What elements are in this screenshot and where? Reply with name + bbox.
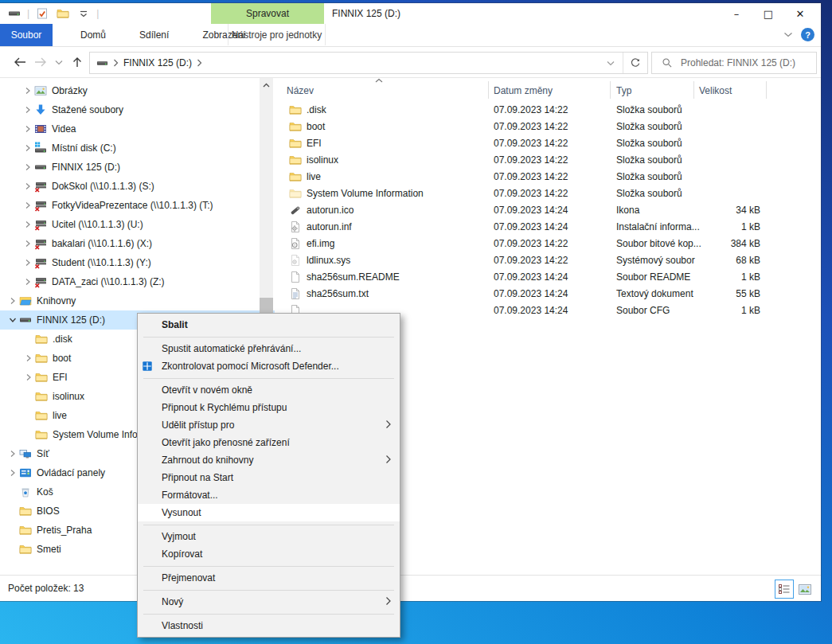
tab-soubor[interactable]: Soubor — [0, 24, 53, 46]
menu-item-nov[interactable]: Nový — [138, 593, 400, 611]
menu-item-label: Připnout k Rychlému přístupu — [162, 402, 287, 413]
sidebar-item-bakalari-10-1-1-6-x[interactable]: bakalari (\\10.1.1.6) (X:) — [0, 234, 275, 253]
ribbon-collapse-icon[interactable] — [783, 32, 793, 38]
file-row-boot[interactable]: boot07.09.2023 14:22Složka souborů — [275, 119, 821, 135]
sidebar-item-student-10-1-1-3-y[interactable]: Student (\\10.1.1.3) (Y:) — [0, 253, 275, 272]
column-header-datum-zmeny[interactable]: Datum změny — [494, 85, 553, 96]
file-row-isolinux[interactable]: isolinux07.09.2023 14:22Složka souborů — [275, 152, 821, 169]
column-header-typ[interactable]: Typ — [616, 85, 631, 96]
sidebar-item-ucitel-10-1-1-3-u[interactable]: Ucitel (\\10.1.1.3) (U:) — [0, 215, 275, 234]
qat-dropdown-icon[interactable] — [76, 6, 92, 21]
menu-item-kop-rovat[interactable]: Kopírovat — [138, 545, 400, 563]
address-dropdown-icon[interactable] — [599, 53, 623, 73]
address-bar[interactable]: FINNIX 125 (D:) — [89, 52, 648, 74]
file-row-autorun-ico[interactable]: autorun.ico07.09.2023 14:24Ikona34 kB — [275, 202, 821, 219]
thumbnail-view-icon[interactable] — [795, 580, 814, 599]
file-row-autorun-inf[interactable]: autorun.inf07.09.2023 14:24Instalační in… — [275, 219, 821, 236]
contextual-tab-manage[interactable]: Spravovat — [211, 3, 324, 24]
chevron-right-icon[interactable] — [21, 182, 34, 190]
tab-sdileni[interactable]: Sdílení — [123, 24, 186, 46]
menu-item-vysunout[interactable]: Vysunout — [138, 504, 400, 521]
forward-icon[interactable] — [30, 52, 51, 72]
sidebar-item-videa[interactable]: Videa — [0, 119, 275, 139]
chevron-right-icon[interactable] — [21, 240, 34, 248]
file-row-disk[interactable]: .disk07.09.2023 14:22Složka souborů — [275, 102, 821, 119]
sidebar-item-obr-zky[interactable]: Obrázky — [0, 81, 275, 100]
tab-domu[interactable]: Domů — [64, 24, 123, 46]
menu-item-label: Sbalit — [162, 319, 188, 330]
details-view-icon[interactable] — [775, 580, 794, 599]
sidebar-item-knihovny[interactable]: Knihovny — [0, 291, 275, 310]
menu-item-sbalit[interactable]: Sbalit — [138, 316, 400, 334]
menu-item-p-ejmenovat[interactable]: Přejmenovat — [138, 569, 400, 587]
minimize-button[interactable]: – — [721, 3, 752, 24]
menu-item-ud-lit-p-stup-pro[interactable]: Udělit přístup pro — [138, 416, 400, 434]
file-row-efi[interactable]: EFI07.09.2023 14:22Složka souborů — [275, 135, 821, 152]
sidebar-item-m-stn-disk-c[interactable]: Místní disk (C:) — [0, 139, 275, 158]
sidebar-item-label: Stažené soubory — [52, 104, 123, 115]
column-divider[interactable] — [610, 81, 611, 99]
chevron-right-icon[interactable] — [21, 221, 34, 228]
chevron-right-icon[interactable] — [22, 373, 35, 381]
menu-item-vlastnosti[interactable]: Vlastnosti — [138, 617, 400, 634]
sidebar-item-label: Smeti — [37, 544, 61, 555]
status-bar: Počet položek: 13 — [0, 575, 821, 601]
chevron-right-icon[interactable] — [22, 354, 35, 362]
chevron-right-icon[interactable] — [21, 125, 34, 133]
chevron-right-icon[interactable] — [6, 297, 19, 305]
folder-icon[interactable] — [55, 6, 71, 21]
scroll-up-icon[interactable] — [260, 78, 273, 92]
file-name: isolinux — [307, 154, 338, 166]
sidebar-item-sta-en-soubory[interactable]: Stažené soubory — [0, 100, 275, 119]
menu-item-zahrnout-do-knihovny[interactable]: Zahrnout do knihovny — [138, 451, 400, 469]
sidebar-item-data-zaci-10-1-1-3-z[interactable]: DATA_zaci (\\10.1.1.3) (Z:) — [0, 272, 275, 291]
column-divider[interactable] — [693, 81, 694, 99]
file-row-system-volume-information[interactable]: System Volume Information07.09.2023 14:2… — [275, 185, 821, 202]
menu-separator — [143, 378, 394, 379]
menu-item-p-ipnout-na-start[interactable]: Připnout na Start — [138, 469, 400, 486]
menu-item-otev-t-v-nov-m-okn[interactable]: Otevřít v novém okně — [138, 381, 400, 399]
help-icon[interactable]: ? — [801, 28, 814, 41]
column-divider[interactable] — [766, 81, 767, 99]
file-row-ldlinux-sys[interactable]: ldlinux.sys07.09.2023 14:22Systémový sou… — [275, 252, 821, 269]
chevron-right-icon[interactable] — [21, 163, 34, 171]
file-row-sha256sum-txt[interactable]: sha256sum.txt07.09.2023 14:24Textový dok… — [275, 286, 821, 302]
column-header-nazev[interactable]: Název — [287, 85, 314, 96]
sidebar-item-dokskol-10-1-1-3-s[interactable]: DokSkol (\\10.1.1.3) (S:) — [0, 177, 275, 196]
chevron-right-icon[interactable] — [21, 87, 34, 95]
file-row-efi-img[interactable]: efi.img07.09.2023 14:22Soubor bitové kop… — [275, 236, 821, 252]
menu-item-spustit-automatick-p-ehr-v-n[interactable]: Spustit automatické přehrávání... — [138, 340, 400, 357]
maximize-button[interactable]: □ — [752, 3, 784, 24]
chevron-right-icon[interactable] — [21, 144, 34, 152]
chevron-right-icon[interactable] — [21, 201, 34, 209]
sidebar-item-fotkyvideaprezentace-10-1-1-3-t[interactable]: FotkyVideaPrezentace (\\10.1.1.3) (T:) — [0, 196, 275, 215]
file-row-sha256sum-readme[interactable]: sha256sum.README07.09.2023 14:24Soubor R… — [275, 269, 821, 286]
refresh-icon[interactable] — [623, 53, 647, 73]
chevron-right-icon[interactable] — [21, 106, 34, 114]
chevron-down-icon[interactable] — [6, 316, 19, 324]
chevron-right-icon[interactable] — [6, 450, 19, 458]
column-header-velikost[interactable]: Velikost — [699, 85, 732, 96]
chevron-right-icon[interactable] — [21, 278, 34, 286]
up-icon[interactable] — [67, 52, 88, 72]
chevron-right-icon[interactable] — [6, 469, 19, 477]
back-icon[interactable] — [10, 52, 30, 72]
tab-nastroje-pro-jednotky[interactable]: Nástroje pro jednotky — [228, 24, 326, 45]
menu-item-zkontrolovat-pomoc-microsoft-def[interactable]: Zkontrolovat pomocí Microsoft Defender..… — [138, 357, 400, 375]
file-row-live[interactable]: live07.09.2023 14:22Složka souborů — [275, 169, 821, 185]
sidebar-item-finnix-125-d[interactable]: FINNIX 125 (D:) — [0, 158, 275, 177]
menu-item-form-tovat[interactable]: Formátovat... — [138, 486, 400, 504]
sidebar-item-label: FINNIX 125 (D:) — [52, 162, 120, 173]
search-box[interactable]: Prohledat: FINNIX 125 (D:) — [651, 52, 817, 74]
checklist-icon[interactable] — [34, 6, 50, 21]
menu-item-label: Vysunout — [162, 507, 201, 518]
breadcrumb-item-drive[interactable]: FINNIX 125 (D:) — [123, 57, 192, 68]
menu-item-vyjmout[interactable]: Vyjmout — [138, 528, 400, 545]
menu-item-p-ipnout-k-rychl-mu-p-stupu[interactable]: Připnout k Rychlému přístupu — [138, 399, 400, 416]
recent-locations-icon[interactable] — [51, 52, 67, 72]
menu-item-otev-t-jako-p-enosn-za-zen[interactable]: Otevřít jako přenosné zařízení — [138, 434, 400, 451]
search-icon — [662, 57, 673, 68]
chevron-right-icon[interactable] — [21, 259, 34, 267]
column-divider[interactable] — [488, 81, 489, 99]
close-button[interactable]: ✕ — [784, 3, 816, 24]
